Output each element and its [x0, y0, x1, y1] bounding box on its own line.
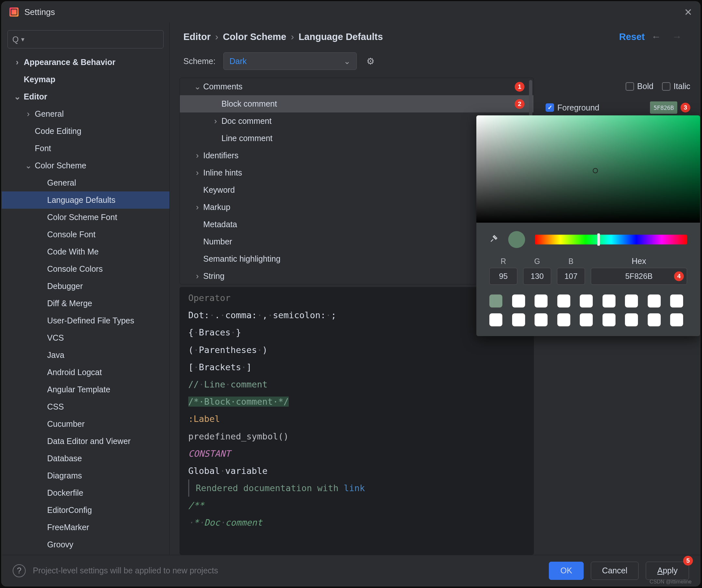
chevron-down-icon: ⌄ [344, 56, 351, 66]
preset-swatch[interactable] [512, 313, 525, 326]
search-input[interactable]: Q▾ [7, 30, 163, 48]
cat-comments[interactable]: ⌄Comments1 [180, 78, 534, 95]
preset-swatches [476, 292, 700, 336]
nav-keymap[interactable]: Keymap [2, 71, 169, 88]
crumb-current: Language Defaults [299, 31, 383, 42]
settings-window: Settings ✕ Q▾ ›Appearance & Behavior Key… [1, 1, 700, 586]
nav-cs-data-editor-and-viewer[interactable]: Data Editor and Viewer [2, 433, 169, 450]
preset-swatch[interactable] [648, 313, 661, 326]
nav-tree: ›Appearance & Behavior Keymap ⌄Editor ›G… [2, 54, 169, 555]
nav-code-editing[interactable]: Code Editing [2, 123, 169, 140]
nav-cs-database[interactable]: Database [2, 450, 169, 467]
nav-cs-java[interactable]: Java [2, 346, 169, 364]
help-icon[interactable]: ? [13, 564, 26, 577]
italic-checkbox[interactable]: Italic [662, 82, 690, 91]
nav-cs-diagrams[interactable]: Diagrams [2, 467, 169, 484]
nav-cs-code-with-me[interactable]: Code With Me [2, 243, 169, 260]
preset-swatch[interactable] [670, 313, 683, 326]
preset-swatch[interactable] [580, 294, 593, 307]
sidebar: Q▾ ›Appearance & Behavior Keymap ⌄Editor… [2, 22, 170, 555]
nav-cs-editorconfig[interactable]: EditorConfig [2, 501, 169, 519]
chevron-right-icon: › [11, 57, 24, 67]
annotation-badge: 5 [683, 556, 693, 566]
preset-swatch[interactable] [602, 294, 615, 307]
crumb-color-scheme[interactable]: Color Scheme [223, 31, 286, 42]
nav-color-scheme[interactable]: ⌄Color Scheme [2, 157, 169, 174]
nav-font[interactable]: Font [2, 140, 169, 157]
close-icon[interactable]: ✕ [684, 6, 692, 18]
hue-slider[interactable] [535, 235, 687, 245]
chevron-right-icon: › [288, 31, 297, 42]
preset-swatch[interactable] [648, 294, 661, 307]
nav-cs-angular-template[interactable]: Angular Template [2, 381, 169, 398]
preset-swatch[interactable] [580, 313, 593, 326]
window-title: Settings [24, 7, 55, 17]
nav-cs-user-defined-file-types[interactable]: User-Defined File Types [2, 312, 169, 329]
hue-thumb[interactable] [597, 234, 600, 246]
sv-plane[interactable] [476, 115, 700, 223]
bold-checkbox[interactable]: Bold [625, 82, 654, 91]
chevron-right-icon: › [192, 202, 203, 212]
reset-link[interactable]: Reset [619, 31, 645, 42]
chevron-right-icon: › [210, 116, 221, 126]
nav-cs-freemarker[interactable]: FreeMarker [2, 519, 169, 536]
nav-cs-css[interactable]: CSS [2, 398, 169, 415]
nav-general[interactable]: ›General [2, 105, 169, 123]
gear-icon[interactable]: ⚙ [364, 56, 376, 66]
nav-editor[interactable]: ⌄Editor [2, 88, 169, 105]
crumb-editor[interactable]: Editor [184, 31, 211, 42]
nav-cs-vcs[interactable]: VCS [2, 329, 169, 346]
titlebar: Settings ✕ [2, 2, 700, 22]
cancel-button[interactable]: Cancel [591, 562, 639, 580]
preset-swatch[interactable] [535, 313, 548, 326]
nav-cs-language-defaults[interactable]: Language Defaults [2, 191, 169, 209]
preset-swatch[interactable] [489, 294, 502, 307]
scheme-select[interactable]: Dark ⌄ [223, 52, 357, 70]
nav-cs-color-scheme-font[interactable]: Color Scheme Font [2, 209, 169, 226]
current-color [508, 231, 525, 248]
annotation-badge: 1 [515, 82, 524, 92]
nav-cs-cucumber[interactable]: Cucumber [2, 415, 169, 433]
annotation-badge: 4 [674, 271, 684, 281]
color-picker: R G B Hex 4 [476, 115, 700, 336]
nav-cs-general[interactable]: General [2, 174, 169, 191]
nav-cs-groovy[interactable]: Groovy [2, 536, 169, 553]
apply-button[interactable]: Apply [646, 562, 689, 580]
preset-swatch[interactable] [489, 313, 502, 326]
footer: ? Project-level settings will be applied… [2, 555, 700, 586]
preset-swatch[interactable] [535, 294, 548, 307]
eyedropper-icon[interactable] [489, 234, 498, 246]
nav-cs-console-colors[interactable]: Console Colors [2, 260, 169, 278]
search-icon: Q [12, 35, 18, 44]
nav-appearance[interactable]: ›Appearance & Behavior [2, 54, 169, 71]
chevron-down-icon: ⌄ [192, 82, 203, 91]
preset-swatch[interactable] [670, 294, 683, 307]
properties-panel: Bold Italic Foreground 5F826B 3 [534, 78, 700, 555]
chevron-down-icon: ⌄ [22, 161, 35, 170]
preset-swatch[interactable] [602, 313, 615, 326]
b-input[interactable] [557, 268, 585, 285]
nav-cs-debugger[interactable]: Debugger [2, 278, 169, 295]
forward-icon: → [668, 31, 686, 42]
preset-swatch[interactable] [625, 313, 638, 326]
foreground-checkbox[interactable]: Foreground [546, 103, 599, 113]
nav-cs-android-logcat[interactable]: Android Logcat [2, 364, 169, 381]
footer-hint: Project-level settings will be applied t… [33, 566, 218, 575]
ok-button[interactable]: OK [549, 562, 583, 580]
g-input[interactable] [523, 268, 551, 285]
preset-swatch[interactable] [512, 294, 525, 307]
hex-input[interactable] [591, 268, 687, 285]
cat-block-comment[interactable]: Block comment2 [180, 95, 534, 113]
nav-cs-console-font[interactable]: Console Font [2, 226, 169, 243]
sv-cursor[interactable] [593, 168, 598, 173]
preset-swatch[interactable] [557, 313, 570, 326]
back-icon[interactable]: ← [647, 31, 666, 42]
r-input[interactable] [489, 268, 517, 285]
annotation-badge: 3 [681, 103, 690, 113]
preset-swatch[interactable] [557, 294, 570, 307]
foreground-swatch[interactable]: 5F826B [650, 102, 677, 114]
nav-cs-dockerfile[interactable]: Dockerfile [2, 484, 169, 501]
nav-cs-diff-merge[interactable]: Diff & Merge [2, 295, 169, 312]
preset-swatch[interactable] [625, 294, 638, 307]
watermark: CSDN @ittimeline [650, 579, 692, 585]
